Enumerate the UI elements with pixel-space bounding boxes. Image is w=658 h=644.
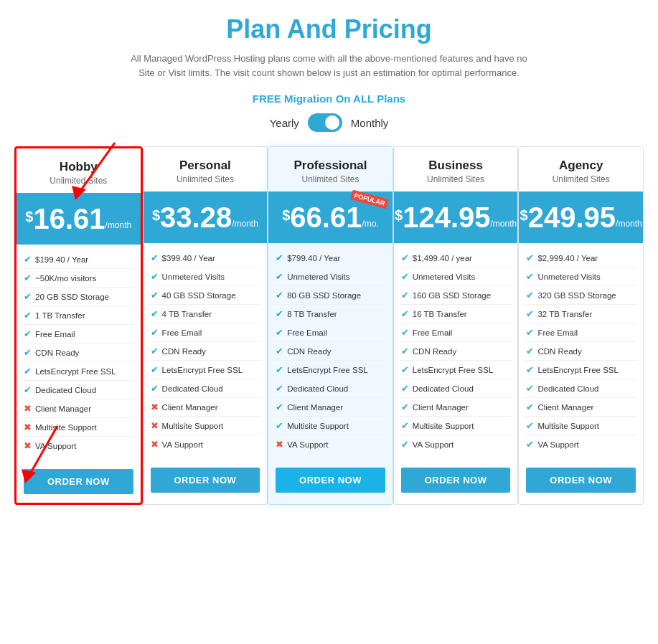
feature-text-agency-6: LetsEncrypt Free SSL [537, 366, 619, 374]
plan-card-hobby: Hobby Unlimited Sites $ 16.61 /month ✔ $… [14, 146, 143, 505]
plans-wrapper: Hobby Unlimited Sites $ 16.61 /month ✔ $… [14, 146, 644, 505]
feature-text-personal-1: Unmetered Visits [162, 273, 225, 281]
check-icon: ✔ [526, 346, 534, 356]
feature-text-hobby-0: $199.40 / Year [35, 255, 88, 264]
feature-text-hobby-3: 1 TB Transfer [35, 311, 85, 320]
price-main-business: $ 124.95 /month [401, 203, 511, 232]
feature-item-agency-7: ✔ Dedicated Cloud [525, 379, 637, 398]
feature-item-hobby-2: ✔ 20 GB SSD Storage [22, 288, 135, 306]
feature-text-personal-4: Free Email [162, 328, 202, 337]
feature-item-hobby-10: ✖ VA Support [22, 437, 135, 455]
plan-header-hobby: Hobby Unlimited Sites [17, 148, 141, 193]
feature-text-personal-9: Multisite Support [162, 422, 224, 430]
plan-features-agency: ✔ $2,999.40 / Year ✔ Unmetered Visits ✔ … [519, 243, 643, 459]
feature-text-professional-5: CDN Ready [287, 347, 331, 356]
order-button-hobby[interactable]: ORDER NOW [24, 469, 133, 494]
price-main-agency: $ 249.95 /month [526, 203, 636, 232]
feature-item-agency-1: ✔ Unmetered Visits [525, 267, 637, 286]
check-icon: ✔ [401, 327, 409, 338]
check-icon: ✔ [526, 308, 534, 319]
page-subtitle: All Managed WordPress Hosting plans come… [14, 52, 644, 80]
feature-text-personal-8: Client Manager [162, 403, 218, 412]
plan-features-hobby: ✔ $199.40 / Year ✔ ~50K/mo visitors ✔ 20… [17, 245, 141, 460]
plan-sites-professional: Unlimited Sites [276, 174, 385, 184]
plan-header-business: Business Unlimited Sites [394, 147, 518, 191]
price-dollar-business: $ [395, 207, 403, 224]
check-icon: ✔ [526, 290, 534, 300]
check-icon: ✔ [401, 439, 409, 450]
feature-text-hobby-2: 20 GB SSD Storage [35, 293, 109, 301]
feature-item-agency-5: ✔ CDN Ready [525, 342, 637, 361]
order-button-professional[interactable]: ORDER NOW [276, 468, 385, 493]
feature-item-personal-10: ✖ VA Support [149, 435, 262, 453]
feature-item-professional-2: ✔ 80 GB SSD Storage [274, 286, 387, 305]
check-icon: ✔ [526, 439, 534, 450]
plan-footer-agency: ORDER NOW [519, 459, 643, 501]
price-main-hobby: $ 16.61 /month [24, 204, 133, 233]
check-icon: ✔ [151, 327, 159, 338]
feature-text-professional-0: $799.40 / Year [287, 254, 340, 262]
feature-item-professional-6: ✔ LetsEncrypt Free SSL [274, 361, 387, 379]
plan-sites-business: Unlimited Sites [401, 174, 511, 184]
plan-footer-business: ORDER NOW [394, 459, 518, 501]
price-dollar-hobby: $ [25, 209, 33, 225]
feature-item-personal-2: ✔ 40 GB SSD Storage [149, 286, 262, 305]
order-button-agency[interactable]: ORDER NOW [526, 468, 636, 493]
plan-header-agency: Agency Unlimited Sites [519, 147, 643, 191]
feature-item-professional-1: ✔ Unmetered Visits [274, 267, 387, 286]
check-icon: ✔ [401, 290, 409, 300]
feature-item-agency-4: ✔ Free Email [525, 323, 637, 342]
price-number-hobby: 16.61 [33, 204, 105, 233]
feature-item-hobby-3: ✔ 1 TB Transfer [22, 306, 135, 325]
check-icon: ✔ [151, 252, 159, 263]
feature-text-personal-7: Dedicated Cloud [162, 384, 223, 393]
order-button-personal[interactable]: ORDER NOW [151, 468, 260, 493]
feature-item-business-7: ✔ Dedicated Cloud [400, 379, 512, 398]
feature-text-hobby-4: Free Email [35, 330, 75, 338]
feature-text-agency-2: 320 GB SSD Storage [537, 291, 616, 300]
plan-sites-personal: Unlimited Sites [151, 174, 260, 184]
feature-text-hobby-7: Dedicated Cloud [35, 386, 96, 394]
feature-text-hobby-1: ~50K/mo visitors [35, 274, 96, 283]
page-container: Plan And Pricing All Managed WordPress H… [14, 14, 644, 505]
feature-item-personal-1: ✔ Unmetered Visits [149, 267, 262, 286]
feature-text-agency-10: VA Support [537, 440, 578, 449]
cross-icon: ✖ [151, 420, 159, 431]
price-dollar-personal: $ [152, 207, 160, 224]
check-icon: ✔ [276, 383, 283, 394]
check-icon: ✔ [24, 347, 32, 358]
check-icon: ✔ [526, 420, 534, 431]
feature-text-business-2: 160 GB SSD Storage [413, 291, 491, 300]
feature-item-personal-6: ✔ LetsEncrypt Free SSL [149, 361, 262, 379]
feature-item-agency-8: ✔ Client Manager [525, 398, 637, 417]
check-icon: ✔ [151, 364, 159, 375]
price-dollar-professional: $ [282, 207, 290, 224]
plan-price-box-agency: $ 249.95 /month [519, 191, 643, 243]
feature-text-professional-10: VA Support [287, 440, 328, 449]
plan-sites-hobby: Unlimited Sites [24, 176, 133, 186]
feature-text-agency-8: Client Manager [537, 403, 593, 412]
feature-text-professional-9: Multisite Support [287, 422, 349, 430]
feature-item-personal-4: ✔ Free Email [149, 323, 262, 342]
billing-toggle: Yearly Monthly [14, 113, 644, 132]
feature-item-personal-3: ✔ 4 TB Transfer [149, 305, 262, 323]
feature-text-professional-3: 8 TB Transfer [287, 310, 337, 318]
cross-icon: ✖ [151, 439, 159, 450]
feature-item-personal-9: ✖ Multisite Support [149, 417, 262, 435]
check-icon: ✔ [526, 402, 534, 412]
feature-text-personal-6: LetsEncrypt Free SSL [162, 366, 243, 374]
feature-item-business-3: ✔ 16 TB Transfer [400, 305, 512, 323]
feature-text-personal-0: $399.40 / Year [162, 254, 215, 262]
order-button-business[interactable]: ORDER NOW [401, 468, 511, 493]
price-main-personal: $ 33.28 /month [151, 203, 260, 232]
feature-item-professional-4: ✔ Free Email [274, 323, 387, 342]
feature-text-hobby-9: Multisite Support [35, 423, 97, 432]
billing-toggle-switch[interactable] [308, 113, 342, 132]
check-icon: ✔ [24, 328, 32, 339]
feature-item-personal-0: ✔ $399.40 / Year [149, 249, 262, 267]
feature-item-agency-2: ✔ 320 GB SSD Storage [525, 286, 637, 305]
price-number-agency: 249.95 [528, 203, 616, 232]
feature-text-personal-5: CDN Ready [162, 347, 206, 356]
feature-text-business-9: Multisite Support [413, 422, 474, 430]
check-icon: ✔ [401, 346, 409, 356]
